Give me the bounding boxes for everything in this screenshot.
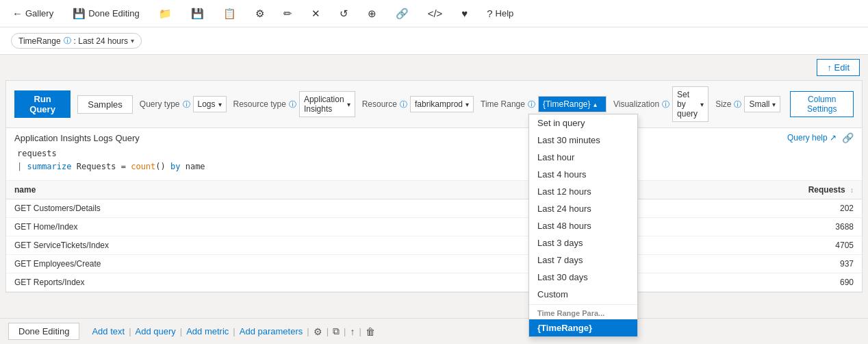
- dropdown-item-last-48h[interactable]: Last 48 hours: [529, 217, 637, 234]
- dropdown-item-last-12h[interactable]: Last 12 hours: [529, 183, 637, 200]
- query-help-link[interactable]: Query help ↗: [787, 133, 837, 143]
- results-scroll-area[interactable]: name Requests ↕ GET Customers/Details 20…: [6, 180, 862, 292]
- dropdown-group-label: Time Range Para...: [529, 304, 637, 319]
- heart-button[interactable]: ♥: [457, 5, 472, 22]
- query-type-select[interactable]: Logs ▾: [193, 96, 227, 112]
- link-icon: 🔗: [396, 8, 409, 20]
- add-query-link[interactable]: Add query: [136, 326, 176, 336]
- save-button[interactable]: 💾: [187, 5, 208, 23]
- size-label: Size: [715, 99, 731, 109]
- dropdown-item-last-3d[interactable]: Last 3 days: [529, 234, 637, 251]
- add-text-link[interactable]: Add text: [92, 326, 125, 336]
- run-query-button[interactable]: Run Query: [14, 90, 71, 118]
- dropdown-item-last-30m[interactable]: Last 30 minutes: [529, 132, 637, 149]
- dropdown-item-last-4h[interactable]: Last 4 hours: [529, 166, 637, 183]
- heart-icon: ♥: [461, 8, 468, 19]
- resource-type-info-icon[interactable]: ⓘ: [289, 99, 296, 110]
- move-up-bottom-icon[interactable]: ↑: [350, 326, 355, 337]
- resource-group: Resource ⓘ fabrikamprod ▾: [362, 96, 474, 112]
- edit-dashboard-button[interactable]: ↑ Edit: [817, 59, 860, 76]
- dropdown-item-custom[interactable]: Custom: [529, 286, 637, 303]
- visualization-select[interactable]: Set by query ▾: [672, 86, 709, 122]
- link-button[interactable]: 🔗: [392, 5, 413, 23]
- refresh-icon: ↺: [340, 8, 348, 20]
- gallery-button[interactable]: ← Gallery: [8, 5, 58, 22]
- dropdown-item-last-7d[interactable]: Last 7 days: [529, 251, 637, 269]
- add-metric-link[interactable]: Add metric: [186, 326, 229, 336]
- sort-icon: ↕: [850, 186, 854, 194]
- size-info-icon[interactable]: ⓘ: [734, 99, 741, 110]
- add-tile-button[interactable]: ⊕: [363, 5, 381, 23]
- folder-icon: 📁: [159, 8, 172, 20]
- query-editor[interactable]: requests | summarize Requests = count() …: [6, 143, 862, 180]
- resource-info-icon[interactable]: ⓘ: [400, 99, 407, 110]
- time-range-chevron-icon: ▴: [593, 101, 597, 108]
- query-line-1: requests: [17, 147, 851, 160]
- cell-name-3: GET Employees/Create: [6, 255, 555, 273]
- resource-type-chevron-icon: ▾: [347, 101, 350, 108]
- sep-2: |: [180, 326, 182, 336]
- copy-icon: 📋: [223, 8, 236, 20]
- done-editing-toolbar-button[interactable]: 💾 Done Editing: [68, 5, 143, 23]
- size-select[interactable]: Small ▾: [744, 96, 780, 112]
- code-icon: </>: [428, 8, 443, 19]
- cell-name-2: GET ServiceTickets/Index: [6, 236, 555, 255]
- resource-select[interactable]: fabrikamprod ▾: [410, 96, 474, 112]
- time-range-label: Time Range: [481, 99, 525, 109]
- dropdown-item-set-in-query[interactable]: Set in query: [529, 114, 637, 132]
- query-type-info-icon[interactable]: ⓘ: [183, 99, 190, 110]
- done-editing-bottom-button[interactable]: Done Editing: [8, 323, 79, 340]
- time-range-select[interactable]: {TimeRange} ▴: [538, 96, 607, 112]
- cell-name-0: GET Customers/Details: [6, 199, 555, 218]
- bottom-toolbar: Done Editing Add text | Add query | Add …: [0, 318, 868, 344]
- query-section-title: Application Insights Logs Query: [14, 133, 140, 143]
- query-line-2: | summarize Requests = count() by name: [17, 160, 851, 173]
- resource-type-select[interactable]: Application Insights ▾: [299, 91, 355, 117]
- visualization-chevron-icon: ▾: [700, 101, 704, 108]
- edit-button[interactable]: ✏: [279, 5, 296, 23]
- add-parameters-link[interactable]: Add parameters: [240, 326, 303, 336]
- save-icon: 💾: [73, 8, 86, 20]
- settings-button[interactable]: ⚙: [251, 5, 268, 23]
- table-row: GET Customers/Details 202: [6, 199, 862, 218]
- settings-bottom-icon[interactable]: ⚙: [314, 326, 322, 337]
- dropdown-item-last-hour[interactable]: Last hour: [529, 149, 637, 166]
- dropdown-item-last-24h[interactable]: Last 24 hours: [529, 200, 637, 217]
- samples-button[interactable]: Samples: [77, 95, 133, 114]
- visualization-info-icon[interactable]: ⓘ: [662, 99, 669, 110]
- table-row: GET ServiceTickets/Index 4705: [6, 236, 862, 255]
- sep-6: |: [344, 326, 346, 336]
- time-range-filter-pill[interactable]: TimeRange ⓘ : Last 24 hours ▾: [11, 33, 142, 49]
- column-settings-button[interactable]: Column Settings: [790, 91, 854, 117]
- cell-name-1: GET Home/Index: [6, 218, 555, 236]
- time-range-group: Time Range ⓘ {TimeRange} ▴ Set in query …: [481, 96, 607, 112]
- visualization-label: Visualization: [613, 99, 659, 109]
- filter-bar: TimeRange ⓘ : Last 24 hours ▾: [0, 27, 868, 55]
- results-table: name Requests ↕ GET Customers/Details 20…: [6, 181, 862, 292]
- code-button[interactable]: </>: [424, 5, 447, 22]
- dropdown-item-timerange-param[interactable]: {TimeRange}: [529, 319, 637, 336]
- refresh-button[interactable]: ↺: [335, 5, 353, 23]
- dropdown-item-last-30d[interactable]: Last 30 days: [529, 269, 637, 286]
- sep-1: |: [129, 326, 131, 336]
- query-controls-bar: Run Query Samples Query type ⓘ Logs ▾ Re…: [6, 81, 862, 128]
- size-group: Size ⓘ Small ▾: [715, 96, 780, 112]
- time-range-info-icon[interactable]: ⓘ: [528, 99, 535, 110]
- add-icon: ⊕: [368, 8, 376, 20]
- open-folder-button[interactable]: 📁: [155, 5, 176, 23]
- delete-bottom-icon[interactable]: 🗑: [366, 326, 375, 337]
- table-row: GET Reports/Index 690: [6, 273, 862, 292]
- copy-button[interactable]: 📋: [219, 5, 240, 23]
- filter-info-icon[interactable]: ⓘ: [64, 36, 71, 46]
- query-type-group: Query type ⓘ Logs ▾: [140, 96, 227, 112]
- edit-area: ↑ Edit: [0, 55, 868, 80]
- size-chevron-icon: ▾: [772, 101, 776, 108]
- discard-button[interactable]: ✕: [307, 5, 324, 23]
- question-icon: ?: [487, 8, 492, 19]
- table-row: GET Home/Index 3688: [6, 218, 862, 236]
- copy-bottom-icon[interactable]: ⧉: [333, 325, 340, 337]
- resource-type-label: Resource type: [233, 99, 286, 109]
- help-button[interactable]: ? Help: [483, 5, 518, 22]
- x-icon: ✕: [311, 8, 320, 20]
- top-toolbar: ← Gallery 💾 Done Editing 📁 💾 📋 ⚙ ✏ ✕ ↺ ⊕…: [0, 0, 868, 27]
